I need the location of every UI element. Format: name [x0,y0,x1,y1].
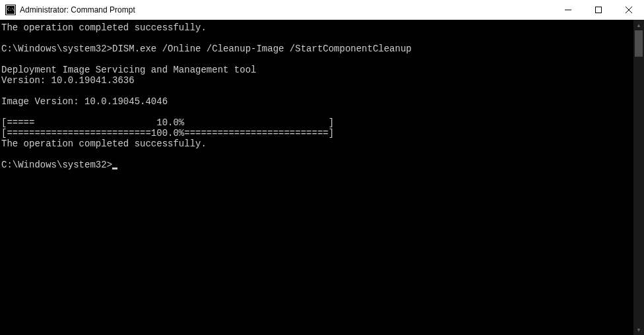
maximize-button[interactable] [583,0,614,20]
output-line: The operation completed successfully. [1,22,207,33]
minimize-button[interactable] [553,0,583,20]
window-controls [553,0,644,20]
minimize-icon [565,7,571,13]
terminal-output[interactable]: The operation completed successfully. C:… [0,20,633,335]
output-line: Deployment Image Servicing and Managemen… [1,65,256,75]
scroll-up-arrow-icon[interactable]: ▲ [633,20,644,30]
scroll-down-arrow-icon[interactable]: ▼ [633,324,644,335]
maximize-icon [595,7,602,13]
cursor [112,168,117,169]
terminal-area: The operation completed successfully. C:… [0,20,644,335]
vertical-scrollbar[interactable]: ▲ ▼ [633,20,644,335]
output-line: The operation completed successfully. [1,138,207,149]
output-line: Image Version: 10.0.19045.4046 [1,96,168,107]
output-line: [==========================100.0%=======… [1,128,334,138]
output-line: Version: 10.0.19041.3636 [1,75,135,86]
output-line: [===== 10.0% ] [1,117,334,128]
titlebar[interactable]: C:\ Administrator: Command Prompt [0,0,644,20]
command-prompt-window: C:\ Administrator: Command Prompt [0,0,644,335]
close-button[interactable] [614,0,644,20]
close-icon [626,7,632,13]
svg-text:C:\: C:\ [7,7,15,11]
cmd-icon: C:\ [5,5,16,15]
output-line: C:\Windows\system32>DISM.exe /Online /Cl… [1,44,412,54]
window-title: Administrator: Command Prompt [20,5,553,15]
current-prompt: C:\Windows\system32> [1,160,112,170]
svg-rect-5 [596,7,602,13]
scroll-thumb[interactable] [635,30,643,57]
